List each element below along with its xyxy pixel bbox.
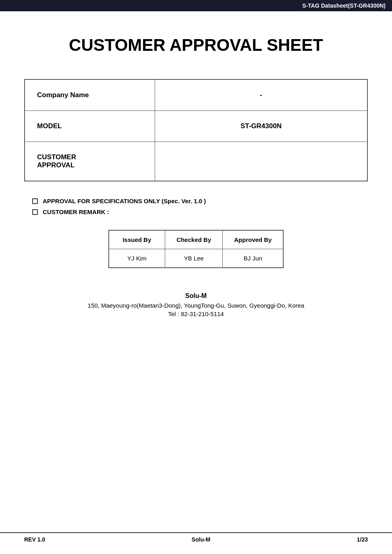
info-row-1: MODELST-GR4300N bbox=[25, 111, 367, 142]
footer-page: 1/23 bbox=[357, 536, 368, 543]
sign-header-row: Issued ByChecked ByApproved By bbox=[109, 230, 284, 249]
footer-tel: Tel : 82-31-210-5114 bbox=[24, 310, 368, 317]
note-item-2: CUSTOMER REMARK : bbox=[32, 208, 368, 215]
footer-info: Solu-M 150, Maeyoung-ro(Maetan3-Dong), Y… bbox=[24, 292, 368, 317]
sign-value-0: YJ Kim bbox=[109, 249, 165, 268]
sign-values-row: YJ KimYB LeeBJ Jun bbox=[109, 249, 284, 268]
note-text-2: CUSTOMER REMARK : bbox=[43, 208, 109, 215]
approval-notes: APPROVAL FOR SPECIFICATIONS ONLY (Spec. … bbox=[24, 198, 368, 215]
note-item-1: APPROVAL FOR SPECIFICATIONS ONLY (Spec. … bbox=[32, 198, 368, 204]
info-label-0: Company Name bbox=[25, 79, 155, 111]
sign-header-1: Checked By bbox=[165, 230, 223, 249]
info-label-1: MODEL bbox=[25, 111, 155, 142]
sign-header-2: Approved By bbox=[223, 230, 284, 249]
page-footer: REV 1.0 Solu-M 1/23 bbox=[0, 532, 392, 546]
header-title: S-TAG Datasheet(ST-GR4300N) bbox=[302, 2, 386, 9]
info-row-2: CUSTOMERAPPROVAL bbox=[25, 142, 367, 181]
info-label-2: CUSTOMERAPPROVAL bbox=[25, 142, 155, 181]
footer-rev: REV 1.0 bbox=[24, 536, 45, 543]
footer-company-name: Solu-M bbox=[192, 536, 211, 543]
note-text-1: APPROVAL FOR SPECIFICATIONS ONLY (Spec. … bbox=[43, 198, 206, 204]
main-title: CUSTOMER APPROVAL SHEET bbox=[24, 35, 368, 55]
info-value-2 bbox=[155, 142, 367, 181]
header-bar: S-TAG Datasheet(ST-GR4300N) bbox=[0, 0, 392, 11]
checkbox-2 bbox=[32, 209, 38, 215]
info-value-1: ST-GR4300N bbox=[155, 111, 367, 142]
sign-value-2: BJ Jun bbox=[223, 249, 284, 268]
info-row-0: Company Name- bbox=[25, 79, 367, 111]
sign-table: Issued ByChecked ByApproved By YJ KimYB … bbox=[108, 230, 284, 268]
sign-header-0: Issued By bbox=[109, 230, 165, 249]
sign-table-wrapper: Issued ByChecked ByApproved By YJ KimYB … bbox=[24, 230, 368, 268]
sign-value-1: YB Lee bbox=[165, 249, 223, 268]
footer-address: 150, Maeyoung-ro(Maetan3-Dong), YoungTon… bbox=[24, 302, 368, 309]
info-table: Company Name-MODELST-GR4300NCUSTOMERAPPR… bbox=[24, 79, 368, 181]
footer-company: Solu-M bbox=[24, 292, 368, 300]
checkbox-1 bbox=[32, 198, 38, 204]
info-value-0: - bbox=[155, 79, 367, 111]
